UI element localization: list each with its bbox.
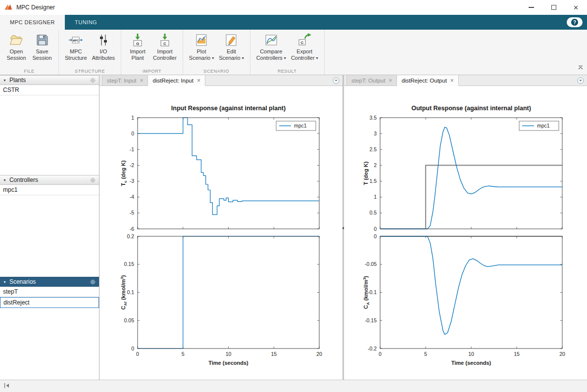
help-icon: ? — [571, 19, 578, 26]
t-output-chart[interactable]: 00.511.522.533.5Output Response (against… — [344, 87, 587, 231]
compare-controllers-button[interactable]: Compare Controllers▾ — [255, 32, 288, 62]
svg-text:C: C — [301, 41, 304, 45]
button-label: Controller — [291, 55, 315, 61]
close-icon: × — [574, 3, 579, 12]
export-controller-button[interactable]: C Export Controller▾ — [290, 32, 320, 62]
minimize-icon — [529, 7, 534, 7]
mpc-structure-button[interactable]: MPC MPC Structure — [63, 32, 89, 62]
svg-text:Tc (deg K): Tc (deg K) — [120, 160, 128, 186]
list-item-cstr[interactable]: CSTR — [0, 85, 99, 95]
button-label: Plot — [197, 48, 206, 55]
button-label: Save — [36, 48, 48, 55]
output-response-pane: stepT: Output × distReject: Output × 00.… — [344, 75, 587, 380]
help-button[interactable]: ? — [567, 17, 583, 27]
list-item-mpc1[interactable]: mpc1 — [0, 185, 99, 195]
pane-menu-button[interactable] — [577, 77, 584, 84]
dropdown-arrow-icon: ▾ — [316, 55, 318, 61]
tab-label: stepT: Output — [351, 78, 385, 84]
import-controller-icon: C — [157, 33, 172, 47]
panel-title: Plants — [9, 77, 26, 84]
tab-stept-input[interactable]: stepT: Input × — [102, 75, 148, 86]
plot-scenario-button[interactable]: Plot Scenario▾ — [188, 32, 215, 62]
list-item-stept[interactable]: stepT — [0, 287, 99, 297]
close-tab-icon[interactable]: × — [197, 78, 200, 84]
close-tab-icon[interactable]: × — [450, 78, 454, 84]
svg-text:Output Response (against inter: Output Response (against internal plant) — [411, 105, 531, 112]
svg-text:3: 3 — [374, 131, 377, 136]
ribbon-group-result: Compare Controllers▾ C Export Controller… — [250, 30, 325, 75]
svg-text:C: C — [163, 42, 166, 46]
svg-text:Time (seconds): Time (seconds) — [208, 360, 248, 366]
svg-text:15: 15 — [271, 351, 277, 357]
pane-menu-button[interactable] — [333, 77, 340, 84]
scenarios-panel-header[interactable]: ▼ Scenarios — [0, 277, 99, 287]
button-label: Compare — [260, 48, 282, 55]
svg-text:-0.1: -0.1 — [368, 289, 377, 295]
svg-text:-4: -4 — [130, 194, 134, 200]
chevron-up-icon — [578, 65, 584, 70]
collapse-left-icon — [3, 383, 10, 389]
svg-text:Input Response (against intern: Input Response (against internal plant) — [171, 105, 286, 112]
tab-label: distReject: Output — [401, 78, 446, 84]
open-session-icon — [9, 33, 24, 47]
ribbon-group-label: SCENARIO — [183, 69, 250, 74]
svg-text:10: 10 — [226, 351, 232, 357]
caf-input-chart[interactable]: 0510152000.050.10.150.2Time (seconds)CAf… — [99, 231, 342, 380]
open-session-button[interactable]: Open Session — [4, 32, 28, 62]
input-response-canvas: -6-5-4-3-2-101Input Response (against in… — [99, 86, 342, 380]
matlab-app-icon — [4, 3, 13, 11]
close-button[interactable]: × — [565, 0, 587, 15]
ribbon-group-import: G Import Plant C Import Controller IMPOR… — [121, 30, 183, 75]
svg-text:2: 2 — [374, 162, 377, 168]
tc-input-chart[interactable]: -6-5-4-3-2-101Input Response (against in… — [99, 87, 342, 231]
maximize-button[interactable] — [542, 0, 565, 15]
tab-stept-output[interactable]: stepT: Output × — [346, 75, 397, 86]
io-attributes-icon — [96, 33, 111, 47]
collapse-sidebar-button[interactable] — [3, 382, 10, 391]
svg-text:20: 20 — [559, 351, 565, 357]
close-tab-icon[interactable]: × — [389, 78, 392, 84]
import-controller-button[interactable]: C Import Controller — [151, 32, 178, 62]
svg-text:0.15: 0.15 — [124, 261, 135, 267]
tab-label: stepT: Input — [107, 78, 136, 84]
save-session-button[interactable]: Save Session — [30, 32, 54, 62]
svg-text:1.5: 1.5 — [369, 178, 377, 184]
dropdown-arrow-icon: ▾ — [242, 55, 244, 61]
export-controller-icon: C — [297, 33, 312, 47]
import-plant-button[interactable]: G Import Plant — [126, 32, 149, 62]
ribbon-group-scenario: Plot Scenario▾ Edit Scenario▾ SCENARIO — [183, 30, 250, 75]
minimize-button[interactable] — [520, 0, 542, 15]
plants-panel-header[interactable]: ▼ Plants — [0, 75, 99, 85]
tab-label: distReject: Input — [152, 78, 193, 84]
caret-down-icon: ▼ — [3, 79, 6, 82]
status-bar — [0, 380, 587, 392]
collapse-ribbon-button[interactable] — [578, 63, 584, 72]
circled-chevron-down-icon — [333, 77, 340, 84]
svg-text:0.1: 0.1 — [127, 289, 134, 295]
tab-distreject-output[interactable]: distReject: Output × — [397, 75, 458, 86]
list-item-distreject[interactable]: distReject — [0, 297, 99, 308]
scenarios-list: stepT distReject — [0, 287, 99, 380]
svg-text:G: G — [136, 42, 139, 46]
ribbon-group-label: STRUCTURE — [59, 69, 121, 74]
gear-icon[interactable] — [90, 279, 96, 285]
button-label: Plant — [132, 55, 144, 61]
gear-icon[interactable] — [90, 77, 96, 84]
edit-scenario-button[interactable]: Edit Scenario▾ — [217, 32, 245, 62]
controllers-list: mpc1 — [0, 185, 99, 277]
tab-mpc-designer[interactable]: MPC DESIGNER — [0, 15, 65, 30]
output-pane-tab-bar: stepT: Output × distReject: Output × — [344, 75, 587, 86]
gear-icon[interactable] — [90, 177, 96, 183]
button-label: Session — [32, 55, 51, 61]
plants-list: CSTR — [0, 85, 99, 175]
controllers-panel-header[interactable]: ▼ Controllers — [0, 175, 99, 185]
io-attributes-button[interactable]: I/O Attributes — [91, 32, 116, 62]
tab-label: MPC DESIGNER — [10, 19, 55, 25]
tab-distreject-input[interactable]: distReject: Input × — [148, 75, 205, 86]
close-tab-icon[interactable]: × — [140, 78, 143, 84]
tab-tuning[interactable]: TUNING — [65, 15, 107, 30]
svg-text:5: 5 — [182, 351, 185, 357]
button-label: I/O — [100, 48, 107, 55]
ca-output-chart[interactable]: 05101520-0.2-0.15-0.1-0.050Time (seconds… — [344, 231, 587, 380]
output-response-canvas: 00.511.522.533.5Output Response (against… — [344, 86, 587, 380]
